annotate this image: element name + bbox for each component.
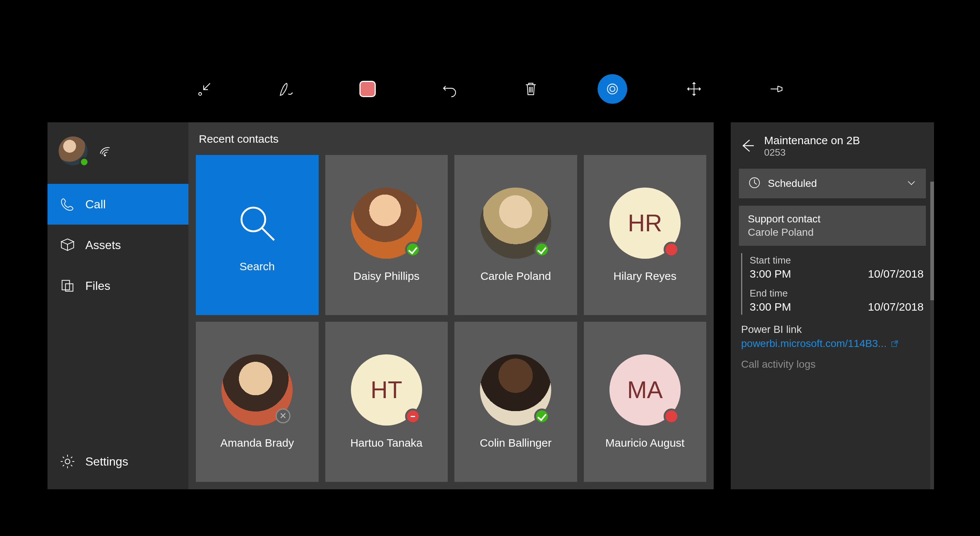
chevron-down-icon [906, 177, 917, 190]
contact-name: Colin Ballinger [480, 437, 552, 449]
wifi-icon[interactable] [98, 143, 112, 159]
back-button[interactable] [739, 137, 756, 156]
search-tile[interactable]: Search [196, 155, 319, 315]
sidebar-item-settings[interactable]: Settings [48, 441, 188, 482]
app-window: Call Assets Files Settings Recent co [48, 122, 934, 489]
contact-name: Carole Poland [480, 270, 551, 282]
presence-available-icon [534, 409, 550, 424]
presence-busy-icon [663, 242, 679, 257]
powerbi-link-label: Power BI link [741, 324, 924, 335]
contact-tile[interactable]: Daisy Phillips [325, 155, 448, 315]
avatar [480, 354, 551, 425]
contact-name: Amanda Brady [220, 437, 294, 449]
status-label: Scheduled [768, 178, 817, 189]
contact-tile[interactable]: HR Hilary Reyes [584, 155, 706, 315]
avatar: ✕ [221, 354, 293, 425]
sidebar-item-assets[interactable]: Assets [48, 225, 188, 265]
sidebar: Call Assets Files Settings [48, 122, 188, 489]
detail-panel: Maintenance on 2B 0253 Scheduled Support… [731, 122, 934, 489]
presence-available-icon [534, 242, 550, 257]
contact-name: Hartuo Tanaka [350, 437, 423, 449]
profile-area [48, 131, 188, 184]
contact-tile[interactable]: Colin Ballinger [454, 322, 577, 482]
cortana-icon[interactable] [598, 74, 627, 104]
avatar: MA [609, 354, 681, 425]
svg-point-6 [65, 459, 70, 464]
presence-offline-icon: ✕ [275, 409, 290, 423]
powerbi-link[interactable]: powerbi.microsoft.com/114B3... [741, 338, 899, 350]
start-time-label: Start time [750, 255, 924, 266]
minimize-icon[interactable] [189, 74, 219, 104]
search-tile-label: Search [240, 260, 275, 273]
end-time-label: End time [750, 288, 924, 299]
svg-point-3 [104, 155, 105, 156]
contact-tile[interactable]: HT Hartuo Tanaka [325, 322, 448, 482]
presence-dnd-icon [405, 409, 421, 424]
stop-icon[interactable] [353, 74, 382, 104]
open-external-icon [890, 339, 899, 348]
start-time-row: Start time 3:00 PM 10/07/2018 [750, 255, 924, 280]
ink-icon[interactable] [271, 74, 301, 104]
svg-point-2 [610, 86, 615, 91]
detail-scrollbar[interactable] [930, 182, 934, 489]
sidebar-item-label: Call [85, 198, 106, 211]
end-time-row: End time 3:00 PM 10/07/2018 [750, 288, 924, 313]
start-time-value: 3:00 PM [750, 268, 791, 280]
user-avatar[interactable] [59, 136, 88, 165]
sidebar-item-label: Settings [85, 455, 128, 469]
section-title: Recent contacts [196, 131, 706, 147]
contact-name: Hilary Reyes [614, 270, 676, 282]
sidebar-item-label: Files [85, 279, 111, 293]
detail-subtitle: 0253 [764, 147, 860, 158]
contact-tile[interactable]: Carole Poland [454, 155, 577, 315]
undo-icon[interactable] [434, 74, 464, 104]
contact-tile[interactable]: ✕ Amanda Brady [196, 322, 319, 482]
svg-point-0 [199, 93, 202, 96]
status-dropdown[interactable]: Scheduled [739, 169, 926, 198]
contact-name: Mauricio August [605, 437, 684, 449]
svg-line-8 [262, 228, 274, 240]
start-date-value: 10/07/2018 [868, 268, 924, 280]
presence-busy-icon [663, 409, 679, 424]
sidebar-nav: Call Assets Files Settings [48, 184, 188, 489]
activity-logs-heading: Call activity logs [739, 358, 926, 370]
top-toolbar [0, 67, 980, 111]
detail-header: Maintenance on 2B 0253 [739, 130, 926, 161]
support-contact-name: Carole Poland [748, 227, 917, 238]
contacts-panel: Recent contacts Search Daisy Phillips [188, 122, 714, 489]
clock-icon [748, 176, 761, 191]
powerbi-link-block: Power BI link powerbi.microsoft.com/114B… [739, 322, 926, 351]
detail-title: Maintenance on 2B [764, 134, 860, 147]
avatar: HR [609, 187, 681, 259]
svg-point-1 [608, 84, 617, 94]
contact-tile[interactable]: MA Mauricio August [584, 322, 706, 482]
svg-point-7 [242, 208, 265, 231]
support-contact-label: Support contact [748, 213, 917, 225]
avatar [351, 187, 422, 259]
end-date-value: 10/07/2018 [868, 301, 924, 313]
trash-icon[interactable] [516, 74, 546, 104]
support-contact-card[interactable]: Support contact Carole Poland [739, 206, 926, 246]
time-block: Start time 3:00 PM 10/07/2018 End time 3… [741, 253, 926, 315]
contact-name: Daisy Phillips [353, 270, 420, 282]
move-icon[interactable] [679, 74, 709, 104]
pin-icon[interactable] [761, 74, 791, 104]
avatar [480, 187, 551, 259]
end-time-value: 3:00 PM [750, 301, 791, 313]
contacts-grid: Search Daisy Phillips Carole [196, 155, 706, 482]
avatar: HT [351, 354, 422, 425]
presence-available-icon [80, 157, 89, 167]
presence-available-icon [405, 242, 421, 257]
search-icon [231, 197, 283, 249]
sidebar-item-files[interactable]: Files [48, 265, 188, 306]
sidebar-item-label: Assets [85, 238, 121, 252]
sidebar-item-call[interactable]: Call [48, 184, 188, 225]
